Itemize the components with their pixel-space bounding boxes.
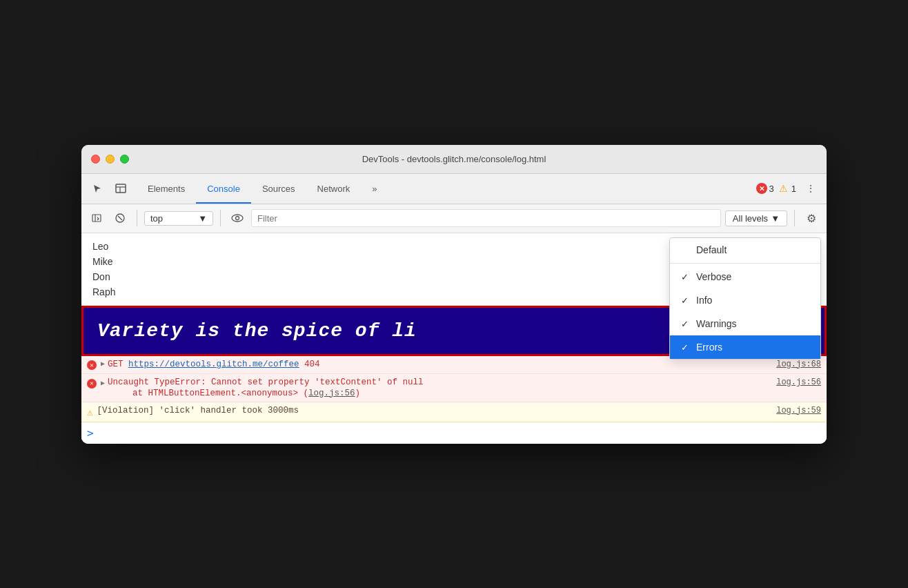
warn-source[interactable]: log.js:59 bbox=[776, 406, 821, 415]
traffic-lights bbox=[91, 155, 129, 164]
cursor-icon[interactable] bbox=[87, 178, 108, 199]
dock-icon[interactable] bbox=[110, 178, 131, 199]
dropdown-item-verbose[interactable]: ✓ Verbose bbox=[670, 265, 820, 288]
warn-row-icon: ⚠ bbox=[87, 406, 92, 418]
dropdown-item-default[interactable]: Default bbox=[670, 238, 820, 262]
console-rows: ✕ ▶ GET https://devtools.glitch.me/coffe… bbox=[81, 356, 827, 422]
error-count: 3 bbox=[769, 184, 774, 194]
console-row-warn-1: ⚠ [Violation] 'click' handler took 3000m… bbox=[81, 402, 827, 422]
levels-dropdown-button[interactable]: All levels ▼ bbox=[725, 210, 787, 226]
clear-console-button[interactable] bbox=[110, 208, 130, 228]
tab-more[interactable]: » bbox=[361, 173, 388, 204]
title-bar: DevTools - devtools.glitch.me/console/lo… bbox=[81, 145, 827, 174]
dropdown-item-warnings[interactable]: ✓ Warnings bbox=[670, 312, 820, 335]
tab-elements[interactable]: Elements bbox=[137, 173, 196, 204]
tab-network[interactable]: Network bbox=[306, 173, 362, 204]
context-selector[interactable]: top ▼ bbox=[144, 211, 213, 226]
console-toolbar: top ▼ All levels ▼ ⚙ Default bbox=[81, 204, 827, 233]
tab-sources[interactable]: Sources bbox=[251, 173, 306, 204]
levels-section: All levels ▼ ⚙ Default ✓ Verbose ✓ Info bbox=[725, 208, 821, 228]
check-errors: ✓ bbox=[681, 342, 691, 353]
sidebar-toggle-button[interactable] bbox=[87, 208, 106, 228]
eye-icon[interactable] bbox=[228, 208, 247, 228]
minimize-button[interactable] bbox=[106, 155, 115, 164]
devtools-window: DevTools - devtools.glitch.me/console/lo… bbox=[81, 145, 827, 444]
error-link-2[interactable]: log.js:56 bbox=[308, 389, 355, 398]
error-badge: ✕ 3 bbox=[756, 183, 774, 194]
error-row-content-1: GET https://devtools.glitch.me/coffee 40… bbox=[108, 360, 776, 369]
warning-count: 1 bbox=[791, 184, 796, 194]
svg-rect-0 bbox=[116, 184, 126, 193]
error-row-icon-1: ✕ bbox=[87, 360, 97, 371]
error-source-2[interactable]: log.js:56 bbox=[776, 378, 821, 387]
dropdown-item-errors[interactable]: ✓ Errors bbox=[670, 335, 820, 359]
toolbar-divider-2 bbox=[220, 210, 221, 226]
svg-rect-3 bbox=[92, 215, 101, 222]
svg-point-7 bbox=[236, 217, 239, 220]
error-count-icon: ✕ bbox=[756, 183, 767, 194]
error-source-1[interactable]: log.js:68 bbox=[776, 360, 821, 369]
more-options-icon[interactable]: ⋮ bbox=[800, 178, 821, 199]
tab-bar-right: ✕ 3 ⚠ 1 ⋮ bbox=[756, 178, 821, 199]
warning-badge: ⚠ 1 bbox=[778, 183, 796, 194]
dropdown-separator bbox=[670, 263, 820, 264]
error-row-icon-2: ✕ bbox=[87, 378, 97, 389]
dropdown-item-info[interactable]: ✓ Info bbox=[670, 288, 820, 312]
console-row-error-2: ✕ ▶ Uncaught TypeError: Cannot set prope… bbox=[81, 374, 827, 402]
svg-point-6 bbox=[232, 215, 243, 222]
window-title: DevTools - devtools.glitch.me/console/lo… bbox=[362, 154, 546, 164]
console-prompt[interactable]: > bbox=[81, 422, 827, 444]
variety-text: Variety is the spice of li bbox=[97, 320, 417, 342]
warn-row-content: [Violation] 'click' handler took 3000ms bbox=[97, 406, 776, 415]
tab-bar-icons bbox=[87, 178, 131, 199]
dropdown-arrow-icon: ▼ bbox=[198, 213, 207, 224]
close-button[interactable] bbox=[91, 155, 100, 164]
maximize-button[interactable] bbox=[120, 155, 129, 164]
settings-icon[interactable]: ⚙ bbox=[802, 208, 821, 228]
levels-dropdown: Default ✓ Verbose ✓ Info ✓ Warnings ✓ E bbox=[669, 237, 821, 360]
check-info: ✓ bbox=[681, 295, 691, 306]
toolbar-divider bbox=[137, 210, 137, 226]
svg-line-5 bbox=[118, 216, 122, 220]
warning-count-icon: ⚠ bbox=[778, 183, 789, 194]
check-verbose: ✓ bbox=[681, 272, 691, 282]
error-url-1[interactable]: https://devtools.glitch.me/coffee bbox=[128, 360, 299, 369]
expand-arrow-2[interactable]: ▶ bbox=[101, 379, 105, 387]
prompt-chevron-icon: > bbox=[87, 427, 94, 440]
error-row-detail-2: at HTMLButtonElement.<anonymous> (log.js… bbox=[87, 389, 821, 398]
tab-bar: Elements Console Sources Network » ✕ 3 ⚠… bbox=[81, 174, 827, 204]
levels-arrow-icon: ▼ bbox=[771, 213, 780, 224]
expand-arrow-1[interactable]: ▶ bbox=[101, 360, 105, 368]
error-row-content-2: Uncaught TypeError: Cannot set property … bbox=[108, 378, 776, 387]
check-warnings: ✓ bbox=[681, 319, 691, 329]
filter-input[interactable] bbox=[251, 209, 721, 227]
tab-console[interactable]: Console bbox=[196, 173, 251, 204]
toolbar-divider-3 bbox=[794, 210, 795, 226]
